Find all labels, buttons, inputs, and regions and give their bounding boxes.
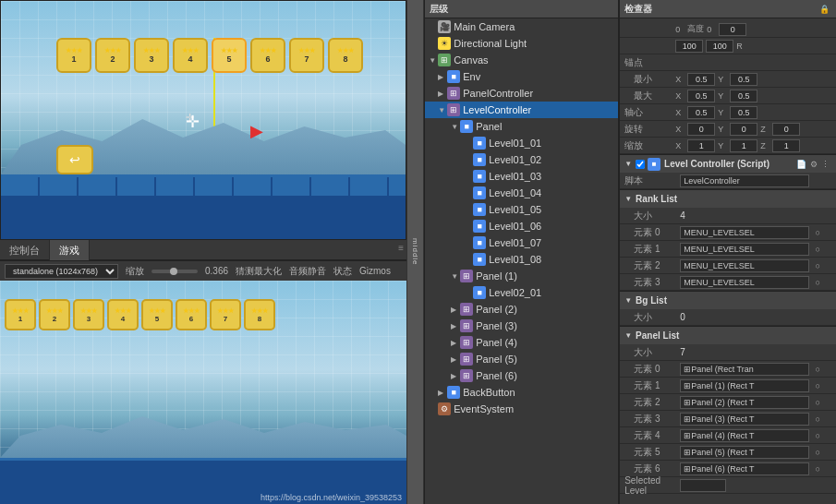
tree-level02-01[interactable]: ■ Level02_01 <box>425 284 618 301</box>
height-input[interactable] <box>706 40 733 53</box>
pivot-y[interactable] <box>730 106 757 119</box>
rank-elem-2-ref[interactable]: MENU_LEVELSEL <box>680 259 809 272</box>
tree-panel-controller[interactable]: ▶ ⊞ PanelController <box>425 85 618 102</box>
collapse-button[interactable]: ≡ <box>398 243 404 253</box>
tree-level-controller[interactable]: ▼ ⊞ LevelController <box>425 102 618 118</box>
level-controller-header[interactable]: ▼ ■ Level Controller (Script) 📄 ⚙ ⋮ <box>620 154 836 173</box>
level-btn-1[interactable]: ★★★ 1 <box>56 38 91 73</box>
selected-level-input[interactable] <box>680 479 726 492</box>
game-btn-4[interactable]: ★★★ 4 <box>107 299 139 330</box>
anchor-max-x[interactable] <box>687 90 715 102</box>
tab-console[interactable]: 控制台 <box>0 240 50 260</box>
scale-x[interactable] <box>687 139 715 152</box>
scale-y[interactable] <box>730 139 757 152</box>
anchor-max-y[interactable] <box>730 90 757 102</box>
tab-game[interactable]: 游戏 <box>50 240 90 260</box>
panel-elem-2-ref[interactable]: ⊞Panel (2) (Rect T <box>680 396 809 409</box>
panel-elem-1-ref[interactable]: ⊞Panel (1) (Rect T <box>680 379 809 392</box>
anchor-min-x[interactable] <box>687 73 715 86</box>
tree-level01-02[interactable]: ■ Level01_02 <box>425 151 618 168</box>
rot-y[interactable] <box>730 123 757 136</box>
width-input[interactable] <box>675 40 703 53</box>
z-label-rot: Z <box>760 125 769 134</box>
rank-elem-0-ref[interactable]: MENU_LEVELSEL <box>680 226 809 239</box>
anchor-min-y[interactable] <box>730 73 757 86</box>
tree-level01-07[interactable]: ■ Level01_07 <box>425 234 618 251</box>
tree-directional-light[interactable]: ☀ Directional Light <box>425 35 618 52</box>
bg-list-header[interactable]: ▼ Bg List <box>620 291 836 309</box>
tree-panel[interactable]: ▼ ■ Panel <box>425 118 618 135</box>
rank-2-pin: ○ <box>811 261 824 270</box>
gizmos-label[interactable]: Gizmos <box>359 266 391 276</box>
scene-view[interactable]: ★★★ 1 ★★★ 2 ★★★ 3 ★★★ 4 ★★★ 5 <box>0 0 406 240</box>
panel-6-icon: ⊞ <box>460 369 473 382</box>
tree-main-camera[interactable]: 🎥 Main Camera <box>425 18 618 35</box>
panel-elem-3-ref[interactable]: ⊞Panel (3) (Rect T <box>680 413 809 426</box>
level-btn-4[interactable]: ★★★ 4 <box>173 38 208 73</box>
rank-elem-3-ref[interactable]: MENU_LEVELSEL <box>680 276 809 289</box>
maximize-label[interactable]: 猜测最大化 <box>236 265 282 278</box>
tree-level01-05[interactable]: ■ Level01_05 <box>425 201 618 218</box>
level-btn-3[interactable]: ★★★ 3 <box>134 38 169 73</box>
script-ref-field[interactable]: LevelController <box>680 174 809 187</box>
component-checkbox[interactable] <box>636 160 645 169</box>
game-btn-7[interactable]: ★★★ 7 <box>210 299 241 330</box>
panel-elem-6-ref[interactable]: ⊞Panel (6) (Rect T <box>680 462 809 475</box>
level-btn-5[interactable]: ★★★ 5 <box>212 38 247 73</box>
lock-button[interactable]: 🔒 <box>818 5 831 14</box>
game-btn-8[interactable]: ★★★ 8 <box>244 299 275 330</box>
script-value: LevelController <box>680 174 831 187</box>
pivot-x[interactable] <box>687 106 715 119</box>
left-panel: ★★★ 1 ★★★ 2 ★★★ 3 ★★★ 4 ★★★ 5 <box>0 0 406 504</box>
open-script-button[interactable]: 📄 <box>794 160 808 169</box>
tree-panel-4[interactable]: ▶ ⊞ Panel (4) <box>425 334 618 351</box>
tree-panel-5[interactable]: ▶ ⊞ Panel (5) <box>425 351 618 367</box>
tree-panel-6[interactable]: ▶ ⊞ Panel (6) <box>425 367 618 384</box>
scale-z[interactable] <box>772 139 800 152</box>
tree-canvas[interactable]: ▼ ⊞ Canvas <box>425 52 618 68</box>
rot-x[interactable] <box>687 123 715 136</box>
tree-back-button[interactable]: ▶ ■ BackButton <box>425 384 618 401</box>
tree-panel-2[interactable]: ▶ ⊞ Panel (2) <box>425 301 618 318</box>
pivot-row: 轴心 X Y <box>620 104 836 121</box>
game-btn-1[interactable]: ★★★ 1 <box>5 299 36 330</box>
x-label-rot: X <box>675 125 685 134</box>
level-btn-7[interactable]: ★★★ 7 <box>289 38 324 73</box>
tree-panel-1[interactable]: ▼ ⊞ Panel (1) <box>425 268 618 284</box>
panel-elem-4-ref[interactable]: ⊞Panel (4) (Rect T <box>680 429 809 442</box>
tree-event-system[interactable]: ⚙ EventSystem <box>425 401 618 417</box>
hierarchy-title: 层级 <box>430 3 448 16</box>
rot-z[interactable] <box>772 123 800 136</box>
game-btn-3[interactable]: ★★★ 3 <box>73 299 104 330</box>
level-btn-8[interactable]: ★★★ 8 <box>328 38 363 73</box>
settings-button[interactable]: ⚙ <box>808 160 819 169</box>
tree-level01-04[interactable]: ■ Level01_04 <box>425 185 618 201</box>
game-btn-2[interactable]: ★★★ 2 <box>39 299 70 330</box>
panel-elem-0-ref[interactable]: ⊞Panel (Rect Tran <box>680 363 809 376</box>
hierarchy-tree[interactable]: 🎥 Main Camera ☀ Directional Light ▼ ⊞ Ca… <box>425 18 618 504</box>
level-btn-6[interactable]: ★★★ 6 <box>250 38 285 73</box>
game-view: ★★★ 1 ★★★ 2 ★★★ 3 ★★★ 4 ★★★ 5 <box>0 281 406 504</box>
tree-level01-08[interactable]: ■ Level01_08 <box>425 251 618 268</box>
tree-level01-06[interactable]: ■ Level01_06 <box>425 218 618 234</box>
back-button-scene[interactable]: ↩ <box>56 145 93 174</box>
r-button[interactable]: R <box>736 42 743 51</box>
panel-list-header[interactable]: ▼ Panel List <box>620 326 836 344</box>
more-button[interactable]: ⋮ <box>819 160 831 169</box>
level-btn-2[interactable]: ★★★ 2 <box>95 38 130 73</box>
rank-list-header[interactable]: ▼ Rank List <box>620 189 836 208</box>
panel-elem-5-ref[interactable]: ⊞Panel (5) (Rect T <box>680 446 809 459</box>
game-btn-5[interactable]: ★★★ 5 <box>141 299 173 330</box>
pos-z-input[interactable] <box>719 23 746 36</box>
tree-level01-03[interactable]: ■ Level01_03 <box>425 168 618 185</box>
status-label[interactable]: 状态 <box>333 265 352 278</box>
scale-slider[interactable] <box>151 270 198 273</box>
game-btn-6[interactable]: ★★★ 6 <box>176 299 207 330</box>
rank-elem-1-ref[interactable]: MENU_LEVELSEL <box>680 243 809 256</box>
label-panel: Panel <box>476 121 502 132</box>
tree-env[interactable]: ▶ ■ Env <box>425 68 618 85</box>
mute-label[interactable]: 音频静音 <box>289 265 326 278</box>
tree-level01-01[interactable]: ■ Level01_01 <box>425 135 618 151</box>
tree-panel-3[interactable]: ▶ ⊞ Panel (3) <box>425 318 618 334</box>
resolution-dropdown[interactable]: standalone (1024x768) <box>5 264 118 279</box>
